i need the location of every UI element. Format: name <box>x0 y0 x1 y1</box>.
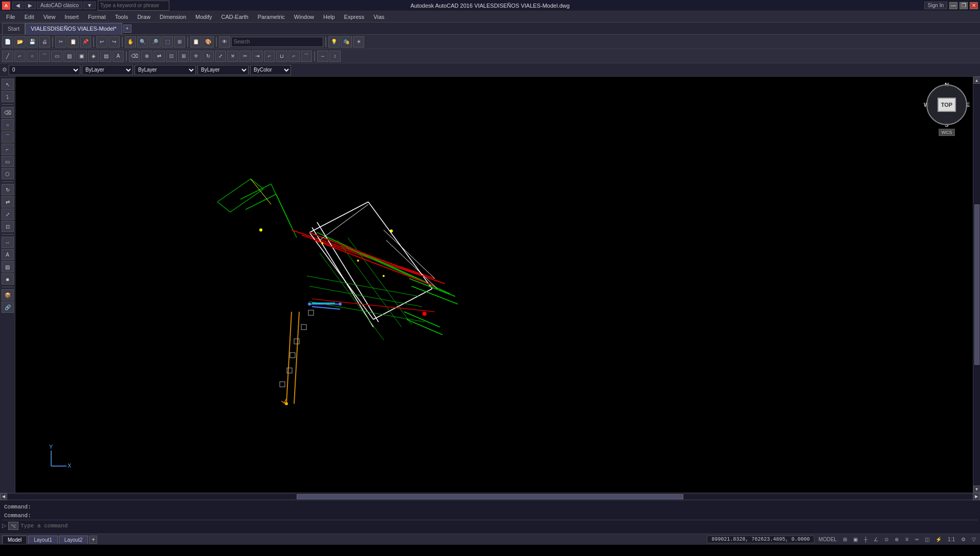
layout-1[interactable]: Layout1 <box>28 536 58 544</box>
hatch-btn[interactable]: ▨ <box>63 51 75 62</box>
back-btn[interactable]: ◀ <box>12 2 24 9</box>
hatch-lt-btn[interactable]: ▨ <box>2 261 14 272</box>
menu-tools[interactable]: Tools <box>111 13 132 21</box>
mirror-lt-btn[interactable]: ⇄ <box>2 196 14 207</box>
mtext-btn[interactable]: A <box>113 51 124 62</box>
horizontal-scrollbar[interactable]: ◀ ▶ <box>0 493 980 500</box>
app-dropdown[interactable]: ▼ <box>83 2 96 9</box>
restore-btn[interactable]: ❐ <box>960 2 968 9</box>
plot-btn[interactable]: 🖨 <box>39 36 50 48</box>
lineweight-btn[interactable]: ═ <box>913 537 921 542</box>
osnap-btn[interactable]: ⊙ <box>882 537 890 542</box>
zoom-out-btn[interactable]: 🔎 <box>149 36 161 48</box>
zoom-in-btn[interactable]: 🔍 <box>137 36 148 48</box>
sign-in-btn[interactable]: Sign In <box>924 2 947 9</box>
menu-file[interactable]: File <box>2 13 19 21</box>
grid-btn[interactable]: ⊞ <box>841 537 849 542</box>
close-btn[interactable]: ✕ <box>970 2 978 9</box>
layout-add-btn[interactable]: + <box>89 536 97 544</box>
lineweight-select[interactable]: ByLayer <box>197 65 249 75</box>
color-select[interactable]: ByLayer <box>82 65 133 75</box>
join-btn[interactable]: ⊔ <box>276 51 287 62</box>
top-view-btn[interactable]: TOP <box>938 98 956 112</box>
layout-2[interactable]: Layout2 <box>59 536 88 544</box>
offset-lt-btn[interactable]: ⊡ <box>2 221 14 232</box>
material-btn[interactable]: 🎭 <box>341 36 352 48</box>
pline-lt-btn[interactable]: ⌐ <box>2 144 14 155</box>
render-btn[interactable]: 💡 <box>328 36 340 48</box>
chamfer-btn[interactable]: ⌐ <box>288 51 300 62</box>
copy-btn[interactable]: 📋 <box>68 36 79 48</box>
zoom-window-btn[interactable]: ⬚ <box>162 36 173 48</box>
rotate-lt-btn[interactable]: ↻ <box>2 184 14 195</box>
zoom-extents-btn[interactable]: ⊞ <box>174 36 185 48</box>
menu-dimension[interactable]: Dimension <box>155 13 190 21</box>
stretch-btn[interactable]: ⤧ <box>227 51 238 62</box>
app-name[interactable]: AutoCAD clásico <box>37 2 82 9</box>
table-btn[interactable]: ▤ <box>100 51 112 62</box>
menu-modify[interactable]: Modify <box>191 13 216 21</box>
view-btn[interactable]: 👁 <box>219 36 230 48</box>
vscroll-down-btn[interactable]: ▼ <box>973 485 981 493</box>
open-btn[interactable]: 📂 <box>14 36 26 48</box>
snap-btn[interactable]: ▣ <box>851 537 860 542</box>
array-btn[interactable]: ⊞ <box>178 51 189 62</box>
keyword-search[interactable] <box>98 1 169 11</box>
menu-format[interactable]: Format <box>84 13 110 21</box>
scale-lt-btn[interactable]: ⤢ <box>2 208 14 220</box>
transparency-btn[interactable]: ◫ <box>923 537 931 542</box>
polyline-btn[interactable]: ⌐ <box>14 51 26 62</box>
settings-btn[interactable]: ⚙ <box>959 537 968 542</box>
offset-btn[interactable]: ⊡ <box>166 51 177 62</box>
rotate-btn[interactable]: ↻ <box>203 51 214 62</box>
arc-btn[interactable]: ⌒ <box>39 51 50 62</box>
menu-vias[interactable]: Vias <box>369 13 388 21</box>
vscroll-track[interactable] <box>973 84 980 485</box>
dim-lt-btn[interactable]: ↔ <box>2 237 14 248</box>
circle-lt-btn[interactable]: ○ <box>2 119 14 130</box>
vscroll-thumb[interactable] <box>974 204 979 365</box>
arc-lt-btn[interactable]: ⌒ <box>2 131 14 143</box>
break-btn[interactable]: ⌐ <box>264 51 275 62</box>
dim-btn[interactable]: ↔ <box>317 51 328 62</box>
menu-parametric[interactable]: Parametric <box>254 13 289 21</box>
hscroll-right-btn[interactable]: ▶ <box>973 493 980 500</box>
menu-cadearth[interactable]: CAD-Earth <box>217 13 252 21</box>
model-space-label[interactable]: MODEL <box>816 537 839 542</box>
trim-btn[interactable]: ✂ <box>239 51 251 62</box>
cut-btn[interactable]: ✂ <box>55 36 66 48</box>
fillet-btn[interactable]: ⌒ <box>301 51 312 62</box>
copy-obj-btn[interactable]: ⊕ <box>141 51 152 62</box>
menu-draw[interactable]: Draw <box>133 13 154 21</box>
scale-display[interactable]: 1:1 <box>946 537 957 542</box>
erase-lt-btn[interactable]: ⌫ <box>2 107 14 118</box>
solid-lt-btn[interactable]: ■ <box>2 273 14 285</box>
region-btn[interactable]: ◈ <box>88 51 99 62</box>
hscroll-track[interactable] <box>7 494 973 499</box>
scale-btn[interactable]: ⤢ <box>215 51 226 62</box>
mirror-btn[interactable]: ⇄ <box>153 51 165 62</box>
save-btn[interactable]: 💾 <box>27 36 38 48</box>
circle-btn[interactable]: ○ <box>27 51 38 62</box>
vertical-scrollbar[interactable]: ▲ ▼ <box>973 77 980 493</box>
menu-express[interactable]: Express <box>340 13 369 21</box>
search-bar[interactable] <box>231 37 323 47</box>
move-btn[interactable]: ✛ <box>190 51 202 62</box>
menu-insert[interactable]: Insert <box>60 13 83 21</box>
forward-btn[interactable]: ▶ <box>25 2 36 9</box>
command-input[interactable] <box>20 523 978 529</box>
paste-btn[interactable]: 📌 <box>80 36 91 48</box>
tab-start[interactable]: Start <box>2 23 25 34</box>
down-arrow-btn[interactable]: ▽ <box>970 537 978 542</box>
cmd-icon-btn[interactable]: ⌥ <box>8 522 18 530</box>
drawing-canvas[interactable] <box>15 77 980 493</box>
tab-add-btn[interactable]: + <box>123 25 131 33</box>
line-btn[interactable]: ╱ <box>2 51 13 62</box>
match-prop-btn[interactable]: 🎨 <box>203 36 214 48</box>
hscroll-left-btn[interactable]: ◀ <box>0 493 7 500</box>
linetype-select[interactable]: ByLayer <box>135 65 196 75</box>
dim2-btn[interactable]: ↕ <box>329 51 341 62</box>
rect-lt-btn[interactable]: ▭ <box>2 156 14 167</box>
dynin-btn[interactable]: ∓ <box>903 537 911 542</box>
rect-btn[interactable]: ▭ <box>51 51 62 62</box>
